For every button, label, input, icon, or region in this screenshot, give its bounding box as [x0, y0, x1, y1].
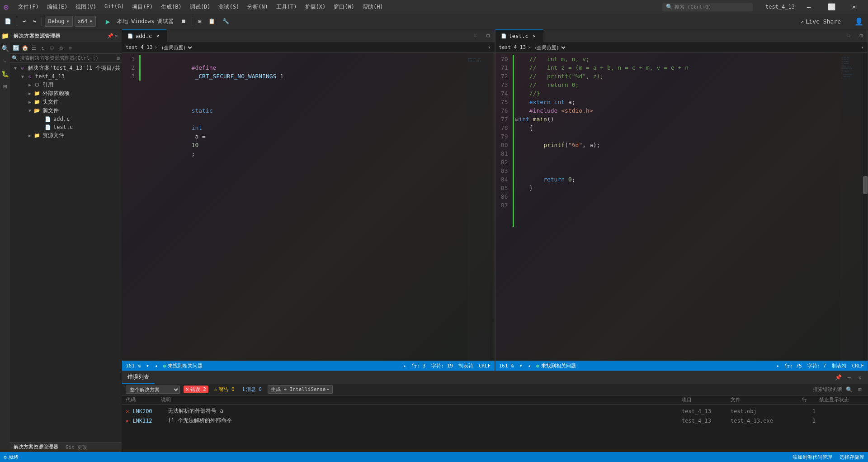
panel-tab-errors[interactable]: 错误列表 — [122, 371, 155, 384]
toolbar-sync-btn[interactable]: 🔄 — [12, 44, 20, 52]
run-button[interactable]: ▶ — [103, 16, 113, 27]
tree-project[interactable]: ▼ ⊙ test_4_13 — [10, 72, 122, 81]
toolbar-refresh-btn[interactable]: ↻ — [39, 44, 47, 52]
breadcrumb-scope-select-right[interactable]: (全局范围) — [533, 44, 567, 51]
sidebar-item-headers[interactable]: ▶ 📁 头文件 — [10, 98, 122, 106]
activity-explorer[interactable]: 📁 — [0, 31, 9, 40]
menu-build[interactable]: 生成(B) — [157, 2, 185, 12]
sidebar-close-icon[interactable]: ✕ — [115, 33, 118, 39]
toolbar-btn-extra3[interactable]: 🔧 — [220, 17, 232, 25]
menu-window[interactable]: 窗口(W) — [330, 2, 358, 12]
tab-split-right[interactable]: ⊞ — [855, 29, 868, 42]
ln-80: 80 — [495, 141, 508, 149]
sidebar-item-addc[interactable]: ▶ 📄 add.c — [10, 115, 122, 123]
new-file-button[interactable]: 📄 — [2, 17, 14, 25]
search-errors-icon[interactable]: 🔍 — [844, 385, 854, 394]
tab-addc[interactable]: 📄 add.c ✕ — [122, 29, 167, 42]
activity-git[interactable]: ⑂ — [0, 57, 9, 66]
tab-split-btn[interactable]: ⊞ — [482, 29, 495, 42]
sidebar-item-references[interactable]: ▶ ⬡ 引用 — [10, 81, 122, 89]
status-scroll-right-right[interactable]: ▸ — [777, 363, 780, 369]
info-badge[interactable]: ℹ 消息 0 — [241, 386, 264, 393]
status-zoom-right[interactable]: 161 % — [499, 363, 514, 369]
tree-solution[interactable]: ▼ ⊙ 解决方案'test_4_13'(1 个项目/共 — [10, 64, 122, 72]
status-scroll-right-left[interactable]: ▸ — [403, 363, 406, 369]
toolbar-filter-btn[interactable]: ☰ — [30, 44, 38, 52]
tab-testc[interactable]: 📄 test.c ✕ — [495, 29, 543, 42]
tab-addc-close[interactable]: ✕ — [155, 33, 161, 39]
toolbar-home-btn[interactable]: 🏠 — [21, 44, 29, 52]
toolbar-btn-extra2[interactable]: 📋 — [206, 17, 218, 25]
tab-action-right[interactable]: ≡ — [842, 29, 855, 42]
menu-git[interactable]: Git(G) — [101, 2, 127, 12]
sidebar-item-src-files[interactable]: ▼ 📂 源文件 — [10, 106, 122, 115]
code-editor-right[interactable]: 70 71 72 73 74 75 76 77 78 79 80 81 82 8… — [495, 53, 868, 361]
breadcrumb-scope-select[interactable]: (全局范围) — [159, 44, 193, 51]
add-source-control[interactable]: 添加到源代码管理 — [793, 454, 832, 461]
search-expand-icon[interactable]: ⊞ — [117, 55, 120, 61]
error-badge[interactable]: ✕ 错误 2 — [184, 386, 208, 393]
toolbar-collapse-btn[interactable]: ⊟ — [48, 44, 56, 52]
build-filter-btn[interactable]: 生成 + IntelliSense ▾ — [268, 385, 333, 394]
warning-badge[interactable]: ⚠ 警告 0 — [212, 386, 237, 393]
run-label[interactable]: 本地 Windows 调试器 — [114, 17, 176, 26]
debug-config-dropdown[interactable]: Debug ▾ — [45, 16, 72, 27]
error-row-1[interactable]: ✕ LNK112 (1 个无法解析的外部命令 test_4_13 test_4_… — [122, 416, 868, 425]
menu-extensions[interactable]: 扩展(X) — [302, 2, 330, 12]
menu-debug[interactable]: 调试(D) — [186, 2, 214, 12]
ln-83: 83 — [495, 167, 508, 175]
menu-view[interactable]: 视图(V) — [72, 2, 100, 12]
scrollbar-right[interactable] — [863, 53, 868, 361]
panel-pin-btn[interactable]: 📌 — [834, 373, 843, 382]
platform-dropdown[interactable]: x64 ▾ — [75, 16, 96, 27]
redo-button[interactable]: ↪ — [30, 17, 39, 25]
line-numbers-right: 70 71 72 73 74 75 76 77 78 79 80 81 82 8… — [495, 53, 512, 361]
menu-edit[interactable]: 编辑(E) — [43, 2, 71, 12]
menu-tools[interactable]: 工具(T) — [273, 2, 301, 12]
sidebar-item-resources[interactable]: ▶ 📁 资源文件 — [10, 131, 122, 140]
error-row-0[interactable]: ✕ LNK200 无法解析的外部符号 a test_4_13 test.obj … — [122, 406, 868, 416]
code-line-2 — [142, 89, 467, 98]
sidebar-tab-solution[interactable]: 解决方案资源管理器 — [10, 441, 62, 452]
search-errors-expand[interactable]: ⊞ — [855, 385, 864, 394]
toolbar-misc-btn[interactable]: ≡ — [66, 44, 74, 52]
scope-select[interactable]: 整个解决方案 — [126, 386, 180, 394]
panel-close-btn[interactable]: ✕ — [855, 373, 864, 382]
sidebar-item-testc[interactable]: ▶ 📄 test.c — [10, 123, 122, 131]
code-content-left[interactable]: #define _CRT_SECURE_NO_WARNINGS 1 static… — [138, 53, 467, 361]
status-scroll-left[interactable]: ◂ — [155, 363, 158, 369]
menu-help[interactable]: 帮助(H) — [359, 2, 387, 12]
menu-file[interactable]: 文件(F) — [14, 2, 42, 12]
select-repo[interactable]: 选择存储库 — [840, 454, 864, 461]
maximize-button[interactable]: ⬜ — [821, 0, 842, 14]
sidebar-item-extern-deps[interactable]: ▶ 📁 外部依赖项 — [10, 89, 122, 98]
menu-analyze[interactable]: 分析(N) — [244, 2, 272, 12]
toolbar-btn-extra1[interactable]: ⚙ — [195, 17, 203, 25]
sidebar-pin-icon[interactable]: 📌 — [107, 33, 114, 39]
tab-testc-close[interactable]: ✕ — [531, 33, 538, 39]
tab-action-btn[interactable]: ≡ — [469, 29, 482, 42]
menu-project[interactable]: 项目(P) — [128, 2, 156, 12]
status-zoom-left[interactable]: 161 % — [126, 363, 141, 369]
sidebar-tab-git[interactable]: Git 更改 — [62, 441, 91, 452]
live-share-button[interactable]: ↗ Live Share — [797, 17, 844, 26]
code-content-right[interactable]: // int m, n, v; // int z = (m = a + b, n… — [512, 53, 841, 361]
toolbar-props-btn[interactable]: ⚙ — [57, 44, 65, 52]
toolbar-sep2 — [42, 17, 42, 26]
menu-test[interactable]: 测试(S) — [215, 2, 243, 12]
scrollbar-left[interactable] — [490, 53, 495, 361]
search-placeholder[interactable]: 搜索 (Ctrl+Q) — [675, 4, 712, 10]
status-scroll-left-right[interactable]: ◂ — [528, 363, 531, 369]
close-button[interactable]: ✕ — [844, 0, 864, 14]
undo-button[interactable]: ↩ — [20, 17, 28, 25]
code-editor-left[interactable]: 1 2 3 #define _CRT_SECURE_NO_WARNINGS 1 … — [122, 53, 495, 361]
account-button[interactable]: 👤 — [852, 16, 866, 27]
panel-minimize-btn[interactable]: — — [844, 373, 854, 382]
scrollbar-thumb-right[interactable] — [863, 176, 868, 194]
activity-extensions[interactable]: ⊞ — [0, 82, 9, 91]
activity-debug[interactable]: 🐛 — [0, 69, 9, 78]
kw-int: int — [192, 124, 202, 131]
stop-button[interactable]: ⏹ — [178, 17, 189, 25]
activity-search[interactable]: 🔍 — [0, 44, 9, 53]
minimize-button[interactable]: — — [798, 0, 819, 14]
